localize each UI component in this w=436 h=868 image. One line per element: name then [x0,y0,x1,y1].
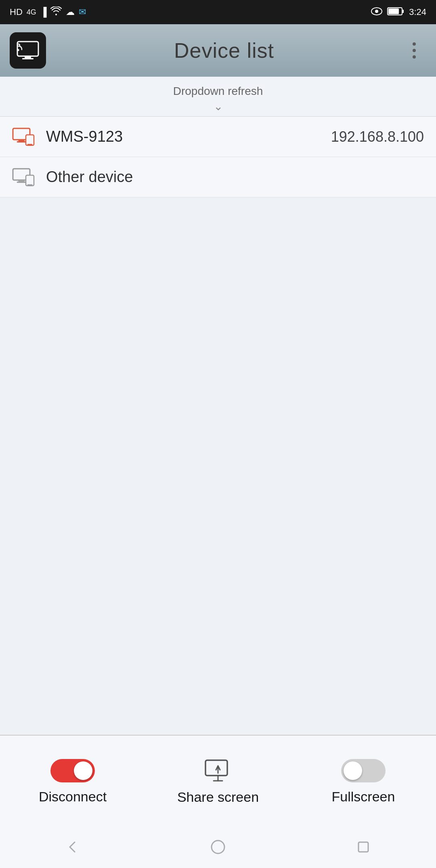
svg-point-1 [375,10,378,13]
dropdown-refresh[interactable]: Dropdown refresh ⌄ [0,77,436,117]
recents-button[interactable] [355,839,371,857]
main-layout: Device list Dropdown refresh ⌄ [0,24,436,868]
device-name-wms9123: WMS-9123 [46,128,331,145]
home-button[interactable] [210,839,226,857]
app-icon [10,32,46,69]
fullscreen-label: Fullscreen [332,789,395,805]
svg-rect-17 [26,175,34,186]
eye-icon [371,7,382,17]
svg-rect-10 [19,140,24,141]
fullscreen-toggle[interactable] [341,759,386,782]
svg-rect-18 [27,185,32,185]
svg-rect-11 [17,141,26,143]
cloud-icon: ☁ [66,7,75,17]
device-icon-active [12,128,36,146]
svg-rect-3 [402,10,404,13]
disconnect-action[interactable]: Disconnect [0,759,145,805]
back-button[interactable] [65,839,81,857]
wifi-icon [50,6,62,18]
status-bar-right: 3:24 [371,7,426,17]
menu-dot-2 [413,49,416,52]
hd-badge: HD [10,7,23,17]
dropdown-refresh-label: Dropdown refresh [173,85,263,98]
svg-point-20 [212,841,224,853]
device-item-other[interactable]: Other device [0,157,436,197]
svg-point-8 [17,49,19,51]
status-bar: HD 4G ▐ ☁ ✉ [0,0,436,24]
disconnect-label: Disconnect [39,789,107,805]
svg-rect-13 [27,144,32,145]
bottom-toolbar: Disconnect Share screen Fullscreen [0,735,436,828]
svg-rect-7 [22,58,34,59]
status-bar-left: HD 4G ▐ ☁ ✉ [10,6,86,18]
share-screen-icon [204,759,232,783]
time-display: 3:24 [409,7,426,17]
nav-bar [0,828,436,868]
svg-rect-12 [26,135,34,145]
device-list: WMS-9123 192.168.8.100 Other device [0,117,436,197]
signal-icon: ▐ [40,7,47,17]
svg-rect-4 [388,8,399,14]
toolbar-title: Device list [46,38,402,63]
battery-icon [387,7,404,17]
menu-dot-3 [413,55,416,59]
svg-rect-5 [17,42,38,56]
svg-rect-6 [25,56,31,58]
chevron-down-icon: ⌄ [214,101,223,112]
svg-rect-21 [358,842,368,852]
share-screen-label: Share screen [177,789,259,805]
svg-rect-15 [19,180,24,182]
device-name-other: Other device [46,168,424,186]
disconnect-toggle[interactable] [50,759,95,782]
toolbar: Device list [0,24,436,77]
device-icon-inactive [12,168,36,187]
device-item-wms9123[interactable]: WMS-9123 192.168.8.100 [0,117,436,157]
device-ip-wms9123: 192.168.8.100 [331,128,424,145]
more-options-button[interactable] [402,42,426,59]
svg-rect-16 [17,182,26,183]
menu-dot-1 [413,42,416,46]
fullscreen-action[interactable]: Fullscreen [291,759,436,805]
share-screen-action[interactable]: Share screen [145,759,291,805]
network-type: 4G [27,8,36,17]
message-icon: ✉ [79,7,86,17]
